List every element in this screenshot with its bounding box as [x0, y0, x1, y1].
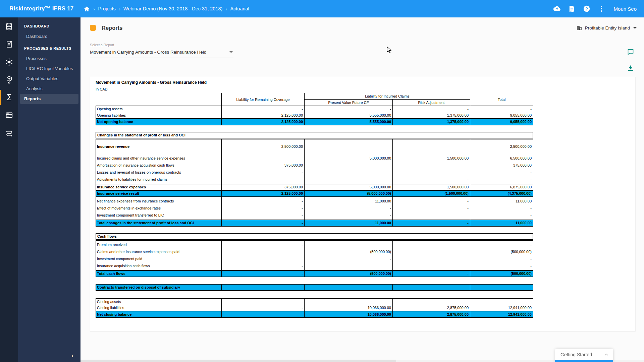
home-icon[interactable] — [83, 5, 90, 12]
sigma-icon[interactable]: Σ — [0, 88, 18, 106]
table-cell: - — [222, 106, 305, 112]
main-content: Reports Profitable Entity Island Select … — [80, 17, 644, 362]
package-icon[interactable] — [0, 71, 18, 88]
table-cell: - — [222, 220, 305, 226]
table-row: Insurance service result2,125,000.00(5,0… — [96, 190, 533, 197]
database-icon[interactable] — [0, 17, 18, 35]
sidebar-item-dashboard[interactable]: Dashboard — [20, 32, 78, 42]
table-cell: - — [305, 106, 393, 112]
table-cell — [470, 284, 533, 291]
table-cell — [305, 284, 393, 291]
table-section-header: Cash flows — [96, 233, 533, 240]
table-cell: 11,000.00-- — [305, 197, 393, 220]
table-cell — [393, 240, 470, 270]
table-cell — [222, 284, 305, 291]
report-select-dropdown[interactable]: Movement in Carrying Amounts - Gross Rei… — [90, 47, 233, 58]
table-cell: (500,000.00) — [470, 270, 533, 277]
row-label: Insurance revenue — [96, 139, 222, 154]
more-menu-icon[interactable] — [598, 5, 605, 12]
building-icon — [576, 25, 582, 31]
sidebar-item-analysis[interactable]: Analysis — [20, 84, 78, 94]
row-label: Opening assets — [96, 106, 222, 112]
row-label: Net closing balance — [96, 311, 222, 317]
table-cell: 5,555,000.00 — [305, 119, 393, 125]
table-cell: - — [305, 298, 393, 305]
table-group-row: Incurred claims and other insurance serv… — [96, 154, 533, 184]
release-notes-icon[interactable] — [568, 5, 576, 12]
help-icon[interactable]: ? — [583, 5, 590, 12]
table-cell: 11,000.00 — [470, 220, 533, 226]
report-select-value: Movement in Carrying Amounts - Gross Rei… — [90, 50, 206, 55]
table-cell: 2,875,000.00 — [393, 311, 470, 317]
entity-selector[interactable]: Profitable Entity Island — [576, 25, 637, 31]
row-label: Premium receivedClaims and other insuran… — [96, 240, 222, 270]
table-cell: - — [222, 305, 305, 311]
table-section-header: Changes in the statement of profit or lo… — [96, 132, 533, 138]
table-group-row: Net finance expenses from insurance cont… — [96, 197, 533, 220]
sidebar-section-header: DASHBOARD — [18, 19, 80, 32]
workflow-icon[interactable] — [0, 124, 18, 142]
sidebar: DASHBOARDDashboardPROCESSES & RESULTSPro… — [18, 17, 80, 362]
row-label: Total changes in the statement of profit… — [96, 220, 222, 226]
col-header: Risk Adjustment — [393, 100, 470, 106]
table-cell: --- — [222, 197, 305, 220]
table-cell: - — [222, 270, 305, 277]
cloud-download-icon[interactable] — [553, 5, 561, 12]
col-header: Liability for Remaining Coverage — [222, 93, 305, 106]
chevron-down-icon — [633, 27, 637, 29]
breadcrumb-separator: › — [93, 6, 95, 12]
table-cell: 9,055,000.00 — [470, 112, 533, 119]
table-cell: 1,500,000.00 — [393, 184, 470, 190]
sidebar-item-lic-lrc-input-variables[interactable]: LIC/LRC Input Variables — [20, 64, 78, 74]
report-table-title: Movement in Carrying Amounts - Gross Rei… — [96, 80, 630, 85]
user-name[interactable]: Moun Seo — [614, 6, 637, 12]
topbar-actions: ? Moun Seo — [553, 5, 637, 12]
table-cell: - — [393, 298, 470, 305]
col-group-header: Liability for Incurred Claims — [305, 93, 470, 100]
chevron-up-icon[interactable] — [604, 352, 609, 357]
comment-icon[interactable] — [627, 48, 635, 56]
table-row: Insurance service expenses375,000.005,00… — [96, 184, 533, 190]
table-row: Net opening balance2,125,000.005,555,000… — [96, 119, 533, 125]
table-cell: (1,500,000.00) — [393, 190, 470, 197]
table-row: Opening assets---- — [96, 106, 533, 112]
table-row: Total changes in the statement of profit… — [96, 220, 533, 226]
breadcrumb-item-webinar-demo-nov-30-2018[interactable]: Webinar Demo (Nov 30, 2018 - Dec 31, 201… — [123, 6, 223, 11]
table-cell: 10,066,000.00 — [305, 305, 393, 311]
row-label: Net opening balance — [96, 119, 222, 125]
table-row: Total cash flows-(500,000.00)-(500,000.0… — [96, 270, 533, 277]
report-file-icon[interactable] — [0, 35, 18, 53]
breadcrumb-item-projects[interactable]: Projects — [98, 6, 115, 11]
report-table-block: Premium receivedClaims and other insuran… — [96, 240, 533, 277]
sidebar-item-reports[interactable]: Reports — [20, 94, 78, 104]
getting-started-label: Getting Started — [560, 352, 604, 357]
sidebar-item-processes[interactable]: Processes — [20, 54, 78, 64]
app-title: RiskIntegrity™ IFRS 17 — [9, 5, 73, 12]
report-select: Select a Report Movement in Carrying Amo… — [90, 43, 233, 58]
breadcrumb-separator: › — [225, 6, 227, 12]
table-cell: 2,125,000.00 — [222, 190, 305, 197]
table-cell: 2,500,000.00 — [222, 139, 305, 154]
table-cell: 2,125,000.00 — [222, 112, 305, 119]
entity-selector-label: Profitable Entity Island — [585, 25, 630, 31]
table-cell: -(500,000.00)-- — [470, 240, 533, 270]
table-cell: 5,000,000.00- — [305, 154, 393, 184]
chevron-down-icon — [229, 51, 233, 53]
table-cell: 6,500,000.00375,000.00-- — [470, 154, 533, 184]
col-header: Total — [470, 93, 533, 106]
download-icon[interactable] — [627, 65, 634, 72]
table-cell: 2,125,000.00 — [222, 119, 305, 125]
report-table: Liability for Remaining CoverageLiabilit… — [96, 93, 630, 318]
network-icon[interactable] — [0, 53, 18, 71]
reports-module-icon — [90, 25, 96, 31]
table-cell: (500,000.00) — [305, 270, 393, 277]
row-label: Incurred claims and other insurance serv… — [96, 154, 222, 184]
row-label: Net finance expenses from insurance cont… — [96, 197, 222, 220]
table-cell: 2,500,000.00 — [470, 139, 533, 154]
abacus-icon[interactable] — [0, 106, 18, 124]
getting-started-panel[interactable]: Getting Started — [555, 349, 613, 362]
sidebar-item-output-variables[interactable]: Output Variables — [20, 74, 78, 84]
sidebar-collapse-button[interactable]: ‹ — [68, 351, 77, 360]
table-cell — [393, 139, 470, 154]
breadcrumb-item-actuarial[interactable]: Actuarial — [230, 6, 249, 11]
